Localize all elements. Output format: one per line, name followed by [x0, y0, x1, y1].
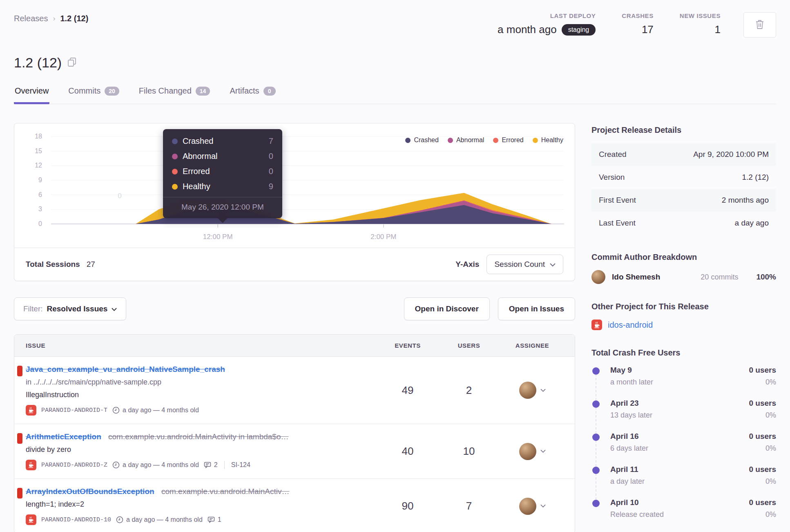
timeline-dot-icon	[592, 400, 600, 408]
chevron-down-icon	[550, 260, 556, 269]
x-axis-labels: 12:00 PM2:00 PM	[51, 230, 564, 247]
timeline-caption: 13 days later	[610, 411, 652, 420]
open-in-issues-button[interactable]: Open in Issues	[498, 297, 575, 320]
open-in-discover-button[interactable]: Open in Discover	[404, 297, 490, 320]
breadcrumb-releases-link[interactable]: Releases	[14, 14, 48, 23]
unresolved-marker	[17, 433, 22, 444]
legend-item[interactable]: Errored	[493, 136, 523, 144]
chevron-down-icon[interactable]	[540, 449, 546, 453]
tab-label: Artifacts	[230, 86, 259, 96]
issue-assignee	[500, 432, 565, 470]
release-details-section: Project Release Details Created Apr 9, 2…	[591, 125, 776, 235]
tab-overview[interactable]: Overview	[14, 84, 49, 104]
release-detail-row: Last Event a day ago	[591, 212, 776, 235]
yaxis-group: Y-Axis Session Count	[455, 255, 563, 274]
issue-comments: 1	[208, 516, 221, 523]
stat-value: 17	[642, 23, 654, 36]
issue-message: divide by zero	[26, 445, 369, 454]
detail-value: a day ago	[735, 219, 769, 228]
ghost-zero-label: 0	[118, 192, 121, 200]
timeline-users: 0 users	[749, 432, 776, 441]
chart-plot[interactable]: 1815129630 12:00 PM2:00 PM 0	[51, 136, 564, 247]
stacked-area-chart[interactable]	[51, 136, 564, 230]
legend-item[interactable]: Crashed	[405, 136, 438, 144]
issue-message: length=1; index=2	[26, 500, 369, 509]
detail-label: First Event	[599, 196, 636, 205]
tooltip-rows: Crashed 7 Abnormal 0 Errored 0 Healthy 9	[172, 136, 273, 191]
other-project-link[interactable]: idos-android	[608, 320, 653, 330]
stat-value: a month ago	[498, 23, 557, 36]
y-tick-label: 18	[35, 133, 42, 140]
filter-value: Resolved Issues	[47, 304, 108, 313]
column-assignee: ASSIGNEE	[500, 342, 565, 349]
toolbar-actions: Open in Discover Open in Issues	[404, 297, 575, 320]
delete-release-button[interactable]	[743, 12, 776, 38]
issue-main: ArithmeticException com.example.vu.andro…	[26, 432, 377, 470]
crash-free-timeline: May 9 a month later 0 users 0% April 23 …	[591, 366, 776, 531]
other-project-section: Other Project for This Release idos-andr…	[591, 302, 776, 330]
author-name: Ido Shemesh	[612, 273, 694, 282]
release-details-table: Created Apr 9, 2020 10:00 PM Version 1.2…	[591, 143, 776, 235]
legend-label: Errored	[502, 136, 523, 144]
sessions-chart-panel: Crashed Abnormal Errored Healthy 1815129…	[14, 123, 575, 281]
header-stat: NEW ISSUES 1	[680, 12, 721, 36]
x-tick-label: 2:00 PM	[370, 233, 396, 241]
issue-comments: 2	[204, 461, 218, 469]
legend-item[interactable]: Abnormal	[448, 136, 484, 144]
tab-artifacts[interactable]: Artifacts 0	[229, 84, 276, 104]
tab-files-changed[interactable]: Files Changed 14	[138, 84, 211, 104]
timeline-caption: Release created	[610, 510, 664, 519]
tab-count-badge: 0	[263, 87, 276, 96]
issue-assignee	[500, 487, 565, 525]
total-sessions-label: Total Sessions	[26, 260, 80, 269]
assignee-avatar[interactable]	[519, 443, 536, 460]
yaxis-select[interactable]: Session Count	[486, 255, 563, 274]
java-platform-icon	[591, 320, 602, 330]
issue-users-count: 7	[438, 487, 500, 525]
tab-commits[interactable]: Commits 20	[67, 84, 120, 104]
timeline-percent: 0%	[749, 477, 776, 486]
tooltip-series-value: 0	[269, 167, 273, 176]
other-project-title: Other Project for This Release	[591, 302, 776, 311]
total-sessions: Total Sessions 27	[26, 260, 95, 269]
clock-icon	[112, 461, 120, 469]
crash-free-item: April 16 6 days later 0 users 0%	[592, 432, 776, 465]
chevron-down-icon[interactable]	[540, 504, 546, 508]
y-axis-labels: 1815129630	[25, 136, 46, 230]
issue-title-link[interactable]: ArithmeticException	[26, 432, 101, 441]
issue-title-link[interactable]: Java_com_example_vu_android_NativeSample…	[26, 365, 225, 373]
release-detail-row: Version 1.2 (12)	[591, 166, 776, 189]
tooltip-series-value: 0	[269, 152, 273, 161]
issue-row[interactable]: ArrayIndexOutOfBoundsException com.examp…	[14, 479, 575, 532]
author-percent: 100%	[756, 273, 776, 282]
timeline-percent: 0%	[749, 411, 776, 420]
issue-title-link[interactable]: ArrayIndexOutOfBoundsException	[26, 487, 154, 496]
crash-free-item: April 23 13 days later 0 users 0%	[592, 399, 776, 432]
issue-main: ArrayIndexOutOfBoundsException com.examp…	[26, 487, 377, 525]
environment-badge: staging	[562, 24, 596, 36]
issue-age-text: a day ago — 4 months old	[123, 461, 199, 469]
detail-value: 1.2 (12)	[742, 173, 769, 182]
timeline-date: May 9	[610, 366, 653, 375]
sidebar: Project Release Details Created Apr 9, 2…	[591, 123, 776, 532]
tooltip-series-value: 9	[269, 182, 273, 191]
issue-age-text: a day ago — 4 months old	[126, 516, 203, 523]
chevron-down-icon[interactable]	[540, 389, 546, 392]
assignee-avatar[interactable]	[519, 382, 536, 399]
issue-row[interactable]: ArithmeticException com.example.vu.andro…	[14, 424, 575, 479]
issue-row[interactable]: Java_com_example_vu_android_NativeSample…	[14, 357, 575, 424]
timeline-caption: a day later	[610, 477, 645, 486]
crash-free-item: April 11 a day later 0 users 0%	[592, 465, 776, 498]
issue-culprit: in ../../../../src/main/cpp/native-sampl…	[26, 378, 369, 387]
copy-icon[interactable]	[67, 57, 76, 69]
chart-area: Crashed Abnormal Errored Healthy 1815129…	[14, 123, 575, 247]
meta-divider	[224, 461, 225, 469]
legend-item[interactable]: Healthy	[533, 136, 563, 144]
issues-filter-select[interactable]: Filter: Resolved Issues	[14, 297, 126, 320]
comments-icon	[204, 461, 211, 469]
legend-dot-icon	[493, 138, 498, 143]
release-detail-row: Created Apr 9, 2020 10:00 PM	[591, 143, 776, 166]
assignee-avatar[interactable]	[519, 498, 536, 515]
crash-free-item: May 9 a month later 0 users 0%	[592, 366, 776, 399]
tooltip-dot-icon	[172, 184, 178, 190]
